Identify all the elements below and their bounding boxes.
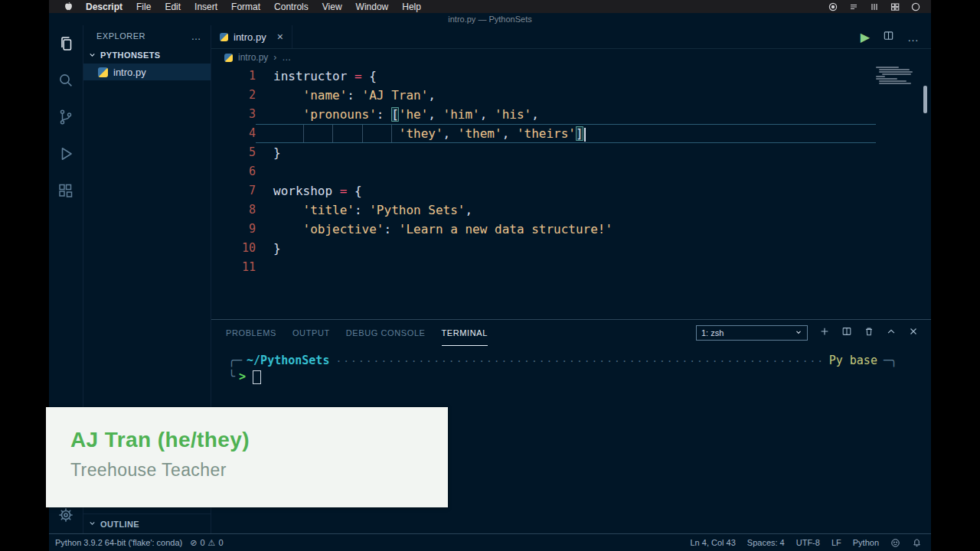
kill-terminal-trash-icon[interactable] <box>864 326 874 340</box>
prompt-corner-bottom-left: ╰ <box>228 369 235 385</box>
line-number: 8 <box>211 201 256 220</box>
explorer-icon[interactable] <box>49 25 83 62</box>
breadcrumb-more[interactable]: … <box>282 52 291 63</box>
python-file-icon <box>220 33 228 41</box>
tab-intro-py[interactable]: intro.py × <box>211 25 292 48</box>
line-number: 6 <box>211 162 256 181</box>
code-line[interactable]: 5} <box>211 143 931 162</box>
tab-debug-console[interactable]: DEBUG CONSOLE <box>346 320 426 346</box>
split-terminal-icon[interactable] <box>841 326 852 340</box>
python-interpreter-status[interactable]: Python 3.9.2 64-bit ('flake': conda) <box>55 538 182 547</box>
new-terminal-icon[interactable] <box>819 326 830 340</box>
run-debug-icon[interactable] <box>49 135 83 172</box>
list-icon[interactable] <box>849 2 858 11</box>
code-line[interactable]: 2 'name': 'AJ Tran', <box>211 86 931 105</box>
window-title: intro.py — PythonSets <box>49 13 931 25</box>
extensions-icon[interactable] <box>49 172 83 209</box>
tab-close-icon[interactable]: × <box>277 31 283 42</box>
cursor-position-status[interactable]: Ln 4, Col 43 <box>690 538 735 547</box>
language-mode-status[interactable]: Python <box>853 538 879 547</box>
menu-insert[interactable]: Insert <box>188 2 224 12</box>
presenter-role: Treehouse Teacher <box>70 460 448 481</box>
tab-problems[interactable]: PROBLEMS <box>226 320 276 346</box>
encoding-status[interactable]: UTF-8 <box>796 538 820 547</box>
code-line[interactable]: 4 'they', 'them', 'theirs'] <box>211 124 931 143</box>
lower-third-overlay: AJ Tran (he/they) Treehouse Teacher <box>46 407 448 507</box>
tab-label: intro.py <box>234 31 266 43</box>
breadcrumb-separator: › <box>273 52 276 63</box>
grid-icon[interactable] <box>890 2 900 11</box>
code-line[interactable]: 1instructor = { <box>211 67 931 86</box>
terminal-cursor[interactable] <box>253 370 261 384</box>
errors-icon: ⊘ <box>190 538 197 548</box>
code-line[interactable]: 9 'objective': 'Learn a new data structu… <box>211 220 931 239</box>
line-number: 5 <box>211 143 256 162</box>
code-editor[interactable]: 1instructor = {2 'name': 'AJ Tran',3 'pr… <box>211 66 931 319</box>
line-number: 3 <box>211 105 256 124</box>
explorer-more-actions[interactable]: … <box>191 31 202 42</box>
code-line[interactable]: 11 <box>211 258 931 277</box>
editor-tab-bar: intro.py × ▶ … <box>211 25 931 49</box>
search-icon[interactable] <box>49 62 83 99</box>
menu-file[interactable]: File <box>129 2 158 12</box>
screen: Descript File Edit Insert Format Control… <box>0 0 980 551</box>
run-file-button[interactable]: ▶ <box>861 30 870 44</box>
prompt-chevron: > <box>239 369 246 385</box>
warnings-icon: ⚠ <box>208 538 216 548</box>
menu-window[interactable]: Window <box>349 2 396 12</box>
code-line[interactable]: 10} <box>211 239 931 258</box>
indent-guide <box>391 125 392 142</box>
code-line[interactable]: 8 'title': 'Python Sets', <box>211 201 931 220</box>
line-number: 4 <box>211 124 256 143</box>
indent-guide <box>362 125 363 142</box>
code-line[interactable]: 7workshop = { <box>211 181 931 201</box>
editor-scrollbar[interactable] <box>923 86 927 113</box>
folder-section-label: PYTHONSETS <box>100 51 161 60</box>
apple-menu-icon[interactable] <box>58 2 79 11</box>
close-panel-icon[interactable] <box>908 326 919 340</box>
python-file-icon <box>224 54 233 62</box>
line-number: 9 <box>211 220 256 239</box>
menu-edit[interactable]: Edit <box>158 2 188 12</box>
columns-icon[interactable] <box>870 2 879 11</box>
editor-more-actions-icon[interactable]: … <box>907 31 920 44</box>
presenter-name: AJ Tran (he/they) <box>70 428 448 452</box>
code-line[interactable]: 6 <box>211 162 931 181</box>
code-line[interactable]: 3 'pronouns': ['he', 'him', 'his', <box>211 105 931 124</box>
breadcrumb[interactable]: intro.py › … <box>211 49 931 66</box>
record-icon[interactable] <box>828 2 838 11</box>
feedback-smiley-icon[interactable] <box>890 538 900 548</box>
menu-help[interactable]: Help <box>395 2 428 12</box>
minimap[interactable] <box>874 67 911 84</box>
file-item-intro-py[interactable]: intro.py <box>83 64 211 80</box>
indentation-status[interactable]: Spaces: 4 <box>747 538 785 547</box>
notifications-bell-icon[interactable] <box>912 538 922 548</box>
menu-bar-status-icons <box>828 2 920 11</box>
line-number: 1 <box>211 67 256 86</box>
outline-section[interactable]: OUTLINE <box>83 514 211 533</box>
terminal-content[interactable]: ╭─ ~/PythonSets ························… <box>211 346 931 385</box>
eol-status[interactable]: LF <box>831 538 841 547</box>
menu-format[interactable]: Format <box>224 2 267 12</box>
folder-section-pythonsets[interactable]: PYTHONSETS <box>83 47 211 64</box>
menu-view[interactable]: View <box>315 2 349 12</box>
source-control-icon[interactable] <box>49 99 83 135</box>
indent-guide <box>332 125 333 142</box>
menu-controls[interactable]: Controls <box>267 2 315 12</box>
panel-header: PROBLEMS OUTPUT DEBUG CONSOLE TERMINAL 1… <box>211 320 931 346</box>
line-number: 11 <box>211 258 256 277</box>
python-file-icon <box>98 67 108 77</box>
menu-app-name[interactable]: Descript <box>79 2 129 12</box>
status-bar: Python 3.9.2 64-bit ('flake': conda) ⊘ 0… <box>49 533 931 551</box>
terminal-cwd: ~/PythonSets <box>247 353 329 369</box>
maximize-panel-chevron-up-icon[interactable] <box>886 326 897 340</box>
circle-icon[interactable] <box>911 2 920 11</box>
terminal-shell-select[interactable]: 1: zsh <box>696 325 808 341</box>
breadcrumb-file[interactable]: intro.py <box>238 52 268 63</box>
problems-status[interactable]: ⊘ 0 ⚠ 0 <box>190 538 223 548</box>
tab-terminal[interactable]: TERMINAL <box>442 320 488 346</box>
explorer-title: EXPLORER <box>96 31 145 41</box>
tab-output[interactable]: OUTPUT <box>292 320 330 346</box>
line-number: 10 <box>211 239 256 258</box>
split-editor-icon[interactable] <box>883 30 894 44</box>
